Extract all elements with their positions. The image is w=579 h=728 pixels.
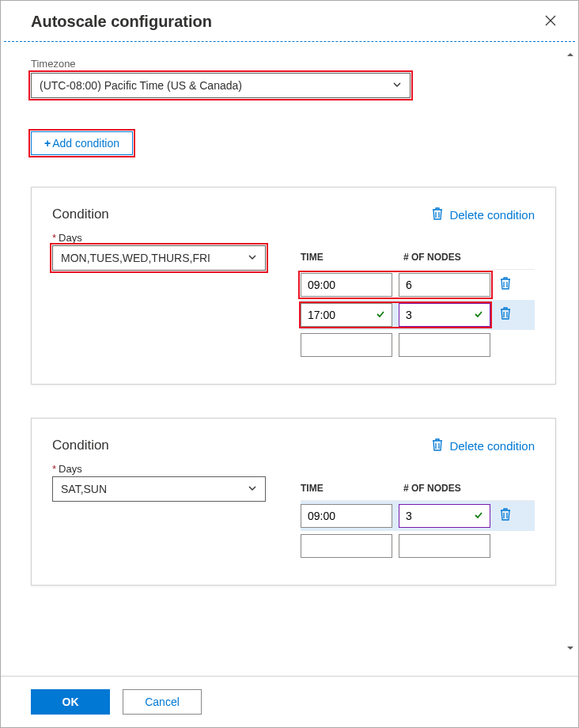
check-icon [376,309,385,321]
dialog-body: Timezone (UTC-08:00) Pacific Time (US & … [1,42,578,651]
dialog-footer: OK Cancel [1,676,578,727]
check-icon [474,309,483,321]
condition-title: Condition [52,438,109,453]
chevron-down-icon [248,252,257,264]
delete-row-button[interactable] [497,508,514,524]
schedule-table: TIME # OF NODES 09:00 6 [301,245,535,360]
scroll-down-icon[interactable] [567,640,573,646]
nodes-input[interactable]: 3 [399,504,490,528]
dialog-title: Autoscale configuration [31,13,212,31]
nodes-input[interactable]: 6 [399,273,490,297]
scroll-up-icon[interactable] [567,47,573,53]
condition-title: Condition [52,207,109,222]
condition-card: Condition Delete condition *Days MON,TUE… [31,187,556,385]
add-condition-label: Add condition [52,137,119,150]
table-row-empty [301,531,535,561]
timezone-select[interactable]: (UTC-08:00) Pacific Time (US & Canada) [31,73,411,98]
chevron-down-icon [392,80,402,92]
delete-condition-button[interactable]: Delete condition [432,207,535,222]
ok-button[interactable]: OK [31,689,110,715]
delete-condition-button[interactable]: Delete condition [432,438,535,453]
days-select[interactable]: SAT,SUN [52,476,266,502]
days-value: MON,TUES,WED,THURS,FRI [61,252,210,264]
days-label: *Days [52,463,535,475]
check-icon [474,510,483,522]
trash-icon [432,207,443,222]
table-row: 09:00 3 [301,501,535,531]
col-time-header: TIME [301,252,403,263]
time-input[interactable]: 09:00 [301,504,392,528]
days-select[interactable]: MON,TUES,WED,THURS,FRI [52,245,266,271]
delete-condition-label: Delete condition [449,208,535,222]
table-row: 09:00 6 [301,270,535,300]
col-nodes-header: # OF NODES [403,252,506,263]
table-row-empty [301,330,535,360]
condition-card: Condition Delete condition *Days SAT,SUN [31,418,556,586]
close-icon[interactable] [542,10,559,33]
chevron-down-icon [248,483,257,495]
table-row: 17:00 3 [301,300,535,330]
delete-row-button[interactable] [497,277,514,293]
schedule-table: TIME # OF NODES 09:00 3 [301,476,535,561]
nodes-input[interactable] [399,534,490,558]
time-input[interactable] [301,333,392,357]
delete-row-button[interactable] [497,307,514,323]
time-input[interactable] [301,534,392,558]
plus-icon: + [44,137,51,150]
trash-icon [432,438,443,453]
time-input[interactable]: 09:00 [301,273,392,297]
cancel-button[interactable]: Cancel [123,689,202,715]
nodes-input[interactable]: 3 [399,303,490,327]
time-input[interactable]: 17:00 [301,303,392,327]
days-value: SAT,SUN [61,483,107,495]
nodes-input[interactable] [399,333,490,357]
add-condition-button[interactable]: + Add condition [31,131,133,155]
timezone-value: (UTC-08:00) Pacific Time (US & Canada) [40,79,242,92]
timezone-label: Timezone [31,58,556,70]
days-label: *Days [52,232,535,244]
col-nodes-header: # OF NODES [403,483,506,494]
col-time-header: TIME [301,483,403,494]
delete-condition-label: Delete condition [449,439,535,453]
dialog-header: Autoscale configuration [1,1,578,41]
